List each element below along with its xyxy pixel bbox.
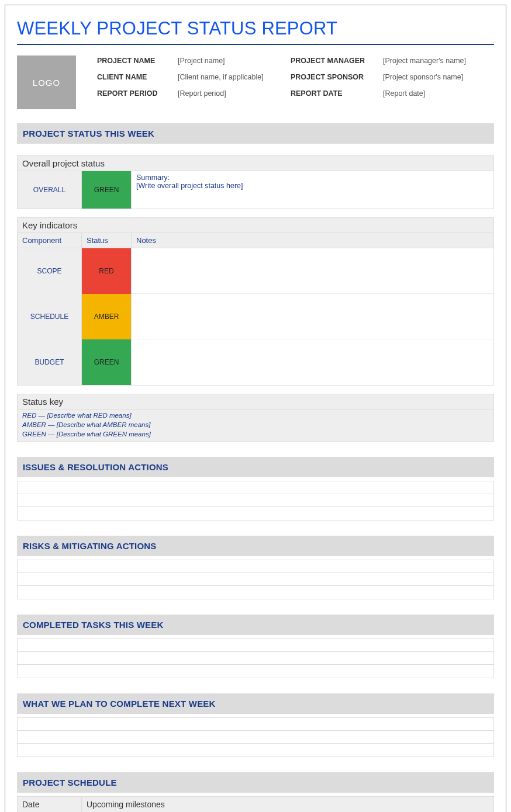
- overall-label: OVERALL: [18, 171, 82, 209]
- logo-placeholder: LOGO: [17, 55, 76, 109]
- report-date-label: REPORT DATE: [291, 89, 378, 98]
- ki-row-budget: BUDGET GREEN: [18, 339, 493, 385]
- meta-grid: PROJECT NAME [Project name] PROJECT MANA…: [97, 55, 494, 109]
- issues-row: [18, 494, 493, 507]
- ki-budget-label: BUDGET: [18, 339, 82, 385]
- schedule-header-milestones: Upcoming milestones: [82, 797, 493, 812]
- schedule-header-date: Date: [18, 797, 82, 812]
- ki-header-notes: Notes: [132, 233, 493, 248]
- ki-budget-notes: [132, 339, 493, 385]
- next-week-row: [18, 731, 493, 744]
- ki-row-scope: SCOPE RED: [18, 248, 493, 294]
- completed-row: [18, 639, 493, 652]
- summary-label: Summary:: [136, 173, 170, 182]
- next-week-table: [17, 717, 494, 757]
- risks-row: [18, 573, 493, 586]
- status-key-amber: AMBER — [Describe what AMBER means]: [18, 419, 493, 428]
- completed-table: [17, 639, 494, 678]
- ki-row-schedule: SCHEDULE AMBER: [18, 294, 493, 339]
- section-next-week: WHAT WE PLAN TO COMPLETE NEXT WEEK: [17, 693, 494, 714]
- status-key-title: Status key: [18, 394, 493, 410]
- section-issues: ISSUES & RESOLUTION ACTIONS: [17, 457, 494, 477]
- overall-summary: Summary: [Write overall project status h…: [132, 171, 493, 209]
- section-schedule: PROJECT SCHEDULE: [17, 772, 494, 793]
- report-title: WEEKLY PROJECT STATUS REPORT: [17, 18, 494, 39]
- title-rule: [17, 44, 494, 45]
- completed-row: [18, 652, 493, 665]
- ki-schedule-status: AMBER: [82, 294, 132, 339]
- ki-budget-status: GREEN: [82, 339, 132, 385]
- risks-row: [18, 560, 493, 573]
- project-sponsor-value: [Project sponsor's name]: [383, 73, 494, 81]
- ki-schedule-notes: [132, 294, 493, 339]
- meta-block: LOGO PROJECT NAME [Project name] PROJECT…: [17, 55, 494, 109]
- ki-scope-status: RED: [82, 248, 132, 294]
- project-sponsor-label: PROJECT SPONSOR: [291, 73, 378, 81]
- client-name-label: CLIENT NAME: [97, 73, 173, 81]
- report-period-label: REPORT PERIOD: [97, 89, 173, 98]
- ki-header-component: Component: [18, 233, 82, 248]
- ki-header-status: Status: [82, 233, 132, 248]
- schedule-table: Date Upcoming milestones: [17, 796, 494, 812]
- risks-row: [18, 586, 493, 599]
- report-page: WEEKLY PROJECT STATUS REPORT LOGO PROJEC…: [5, 5, 506, 812]
- next-week-row: [18, 718, 493, 731]
- project-manager-value: [Project manager's name]: [383, 57, 494, 65]
- issues-row: [18, 481, 493, 494]
- project-name-label: PROJECT NAME: [97, 57, 173, 65]
- section-risks: RISKS & MITIGATING ACTIONS: [17, 536, 494, 556]
- completed-row: [18, 665, 493, 678]
- issues-row: [18, 507, 493, 520]
- ki-scope-label: SCOPE: [18, 248, 82, 294]
- status-key-red: RED — [Describe what RED means]: [18, 410, 493, 419]
- section-completed: COMPLETED TASKS THIS WEEK: [17, 615, 494, 635]
- next-week-row: [18, 744, 493, 757]
- project-name-value: [Project name]: [178, 57, 286, 65]
- overall-status-chip: GREEN: [82, 171, 132, 209]
- issues-table: [17, 481, 494, 520]
- section-status-this-week: PROJECT STATUS THIS WEEK: [17, 123, 494, 144]
- risks-table: [17, 560, 494, 599]
- ki-schedule-label: SCHEDULE: [18, 294, 82, 339]
- status-key-green: GREEN — [Describe what GREEN means]: [18, 428, 493, 438]
- overall-status-row: OVERALL GREEN Summary: [Write overall pr…: [17, 171, 494, 209]
- key-indicators-subheader: Key indicators: [17, 217, 494, 233]
- ki-header-row: Component Status Notes: [18, 233, 493, 248]
- report-period-value: [Report period]: [178, 89, 286, 98]
- project-manager-label: PROJECT MANAGER: [291, 57, 378, 65]
- overall-status-subheader: Overall project status: [17, 155, 494, 171]
- client-name-value: [Client name, if applicable]: [178, 73, 286, 81]
- summary-text: [Write overall project status here]: [136, 182, 243, 190]
- report-date-value: [Report date]: [383, 89, 494, 98]
- ki-scope-notes: [132, 248, 493, 294]
- key-indicators-table: Component Status Notes SCOPE RED SCHEDUL…: [17, 233, 494, 386]
- schedule-header-row: Date Upcoming milestones: [18, 797, 493, 812]
- status-key-block: Status key RED — [Describe what RED mean…: [17, 394, 494, 442]
